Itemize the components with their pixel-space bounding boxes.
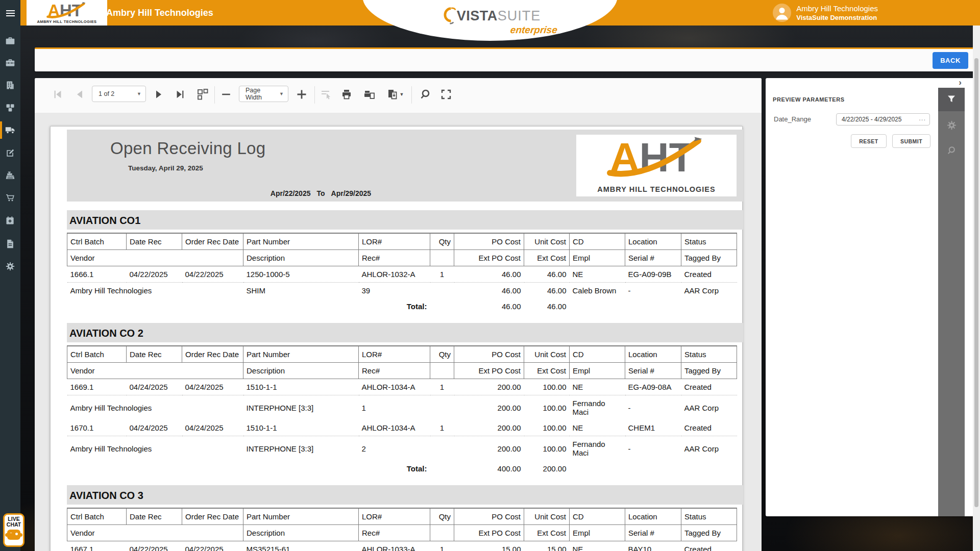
report-column-header: Serial # [625, 250, 681, 266]
report-column-header: Ctrl Batch [67, 346, 127, 363]
print-page-button[interactable] [363, 88, 376, 101]
report-cell: 200.00 [454, 420, 524, 436]
search-button[interactable] [419, 88, 432, 101]
sidebar-item-briefcase[interactable] [0, 31, 20, 51]
report-column-header: Unit Cost [524, 346, 570, 363]
sidebar-item-toolbox[interactable] [0, 53, 20, 73]
report-cell: 46.00 [454, 283, 524, 299]
cash-register-icon [5, 170, 15, 181]
report-cell: - [625, 395, 681, 420]
range-from: Apr/22/2025 [271, 189, 311, 197]
logo-vista: VISTA [457, 8, 498, 24]
print-button[interactable] [340, 88, 353, 101]
submit-button[interactable]: SUBMIT [892, 134, 930, 148]
report-column-header: Rec# [359, 250, 430, 266]
sidebar-item-edit[interactable] [0, 143, 20, 163]
reset-button[interactable]: RESET [851, 134, 887, 148]
report-column-header: Vendor [67, 363, 243, 379]
report-section-title: AVIATION CO 2 [67, 323, 743, 342]
report-column-header: Description [243, 363, 359, 379]
tab-search[interactable] [938, 139, 965, 162]
logo-enterprise: enterprise [510, 24, 558, 36]
page-title: Ambry Hill Technologies [106, 0, 213, 26]
report-column-header: Tagged By [681, 363, 737, 379]
back-button[interactable]: BACK [933, 52, 968, 69]
report-cell: Caleb Brown [570, 283, 625, 299]
report-cell: SHIM [243, 283, 359, 299]
report-table: Ctrl BatchDate RecOrder Rec DatePart Num… [67, 345, 737, 477]
report-cell: Created [681, 541, 737, 551]
page-scrollbar-thumb[interactable] [974, 58, 978, 507]
viewer-toolbar: 1 of 2▼ Page Width▼ ▼ [35, 78, 762, 113]
menu-icon[interactable] [0, 6, 20, 20]
report-table: Ctrl BatchDate RecOrder Rec DatePart Num… [67, 233, 737, 314]
report-cell [570, 298, 737, 314]
report-cell: 1666.1 [67, 266, 127, 283]
sidebar-item-document[interactable] [0, 234, 20, 254]
sidebar-item-receiving-truck[interactable] [0, 120, 20, 140]
report-column-header: Serial # [625, 363, 681, 379]
page-scrollbar[interactable] [973, 26, 980, 551]
text-select-icon [320, 88, 332, 101]
date-range-value: 4/22/2025 - 4/29/2025 [842, 116, 901, 123]
first-page-button[interactable] [51, 88, 64, 101]
zoom-select[interactable]: Page Width▼ [239, 86, 288, 102]
user-menu[interactable]: Ambry Hill Technologies VistaSuite Demon… [773, 0, 878, 26]
cubes-icon [5, 103, 15, 113]
sidebar-item-settings[interactable] [0, 256, 20, 277]
report-column-header: Part Number [243, 346, 359, 363]
report-cell: BAY10 [625, 541, 681, 551]
report-column-header [430, 250, 454, 266]
report-column-header: Empl [570, 250, 625, 266]
chat-robot-icon [7, 530, 20, 540]
sidebar-item-shopping-cart[interactable] [0, 188, 20, 208]
last-page-icon [175, 89, 186, 100]
report-cell: 200.00 [454, 379, 524, 395]
report-cell [430, 436, 454, 461]
report-total-ext-po: 46.00 [454, 298, 524, 314]
report-cell: Fernando Maci [570, 436, 625, 461]
zoom-out-button[interactable] [219, 88, 233, 101]
brand-logo[interactable]: A HT AMBRY HILL TECHNOLOGIES [27, 0, 107, 26]
report-column-header: Ext Cost [524, 250, 570, 266]
previous-page-button[interactable] [73, 88, 86, 101]
report-cell: AHLOR-1034-A [359, 379, 430, 395]
live-chat-button[interactable]: LIVE CHAT [3, 513, 24, 547]
sidebar-item-building[interactable] [0, 75, 20, 95]
report-cell: NE [570, 541, 625, 551]
report-column-header: Tagged By [681, 250, 737, 266]
tab-settings[interactable] [938, 113, 965, 137]
calendar-plus-icon [5, 215, 15, 226]
page-select[interactable]: 1 of 2▼ [92, 86, 146, 102]
report-total-label: Total: [359, 461, 430, 477]
date-range-input[interactable]: 4/22/2025 - 4/29/2025 ... [836, 113, 930, 126]
multi-page-view-button[interactable] [196, 88, 209, 101]
logo-suite: SUITE [498, 8, 541, 24]
user-workspace: VistaSuite Demonstration [796, 13, 878, 22]
sidebar-item-cubes[interactable] [0, 97, 20, 118]
date-range-picker-button[interactable]: ... [919, 113, 926, 124]
toolbox-icon [5, 58, 15, 68]
collapse-panel-icon[interactable]: › [959, 78, 962, 88]
report-cell: AHLOR-1033-A [359, 541, 430, 551]
report-column-header: Qty [430, 346, 454, 363]
sidebar-item-cash-register[interactable] [0, 165, 20, 186]
gear-icon [946, 120, 957, 131]
viewer-canvas[interactable]: Open Receiving Log Tuesday, April 29, 20… [35, 113, 762, 551]
next-page-button[interactable] [152, 88, 165, 101]
report-section-title: AVIATION CO 3 [67, 485, 743, 505]
fullscreen-button[interactable] [439, 88, 453, 101]
report-column-header: PO Cost [454, 233, 524, 250]
report-cell: Ambry Hill Technologies [67, 283, 243, 299]
last-page-button[interactable] [174, 88, 187, 101]
report-column-header: Unit Cost [524, 233, 570, 250]
report-cell: Ambry Hill Technologies [67, 395, 243, 420]
export-button[interactable]: ▼ [385, 88, 405, 101]
tab-filter[interactable] [938, 88, 965, 111]
report-cell: 04/22/2025 [182, 541, 243, 551]
text-select-button[interactable] [320, 88, 333, 101]
zoom-in-button[interactable] [295, 88, 308, 101]
first-page-icon [52, 89, 63, 100]
panel-tab-rail [938, 88, 965, 516]
sidebar-item-calendar-add[interactable] [0, 210, 20, 231]
